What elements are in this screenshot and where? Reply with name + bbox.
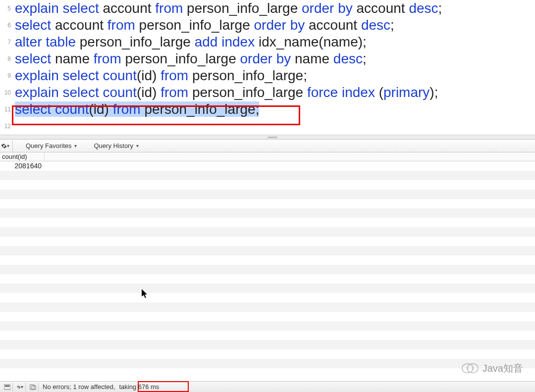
table-row (0, 246, 535, 255)
svg-rect-3 (32, 386, 36, 389)
table-row (0, 349, 535, 359)
code-line[interactable]: 12 (0, 118, 535, 135)
table-row (0, 171, 535, 180)
table-row (0, 190, 535, 199)
query-favorites-menu[interactable]: Query Favorites ▾ (22, 141, 81, 150)
status-timing: taking 676 ms (117, 383, 159, 391)
cell-value: 2081640 (0, 161, 45, 171)
clipboard-icon[interactable] (28, 383, 39, 392)
line-number: 12 (0, 118, 14, 135)
svg-rect-1 (5, 385, 10, 386)
table-row (0, 274, 535, 284)
code-content[interactable]: select count(id) from person_info_large; (14, 101, 535, 118)
table-row (0, 265, 535, 274)
line-number: 10 (0, 84, 14, 101)
sql-editor[interactable]: 5explain select account from person_info… (0, 0, 535, 135)
table-row[interactable]: 2081640 (0, 161, 535, 171)
table-row (0, 237, 535, 246)
line-number: 8 (0, 50, 14, 67)
layout-icon[interactable] (2, 383, 13, 392)
code-line[interactable]: 6select account from person_info_large o… (0, 17, 535, 34)
code-line[interactable]: 10explain select count(id) from person_i… (0, 84, 535, 101)
code-line[interactable]: 9explain select count(id) from person_in… (0, 67, 535, 84)
line-number: 9 (0, 67, 14, 84)
splitter-handle[interactable] (0, 135, 535, 140)
code-content[interactable]: explain select account from person_info_… (14, 0, 535, 17)
table-row (0, 208, 535, 218)
query-history-menu[interactable]: Query History ▾ (90, 141, 142, 150)
table-row (0, 321, 535, 331)
table-row (0, 227, 535, 237)
code-content[interactable]: select name from person_info_large order… (14, 50, 535, 67)
table-row (0, 368, 535, 374)
chevron-down-icon: ▾ (21, 384, 23, 390)
chevron-down-icon: ▾ (136, 143, 139, 148)
table-row (0, 359, 535, 368)
line-number: 11 (0, 101, 14, 118)
code-content[interactable]: alter table person_info_large add index … (14, 34, 535, 50)
column-header-count[interactable]: count(id) (0, 152, 45, 161)
table-row (0, 312, 535, 321)
table-row (0, 331, 535, 340)
table-row (0, 293, 535, 302)
svg-rect-2 (30, 385, 34, 390)
table-row (0, 284, 535, 293)
table-row (0, 302, 535, 312)
code-content[interactable]: explain select count(id) from person_inf… (14, 67, 535, 84)
chevron-down-icon: ▾ (7, 143, 9, 148)
gear-icon[interactable]: ▾ (15, 383, 26, 392)
gear-icon[interactable]: ▾ (1, 141, 13, 151)
query-history-label: Query History (94, 142, 133, 149)
code-line[interactable]: 11select count(id) from person_info_larg… (0, 101, 535, 118)
query-favorites-label: Query Favorites (26, 142, 71, 149)
result-toolbar: ▾ Query Favorites ▾ Query History ▾ (0, 140, 535, 152)
code-content[interactable]: explain select count(id) from person_inf… (14, 84, 535, 101)
code-line[interactable]: 7alter table person_info_large add index… (0, 34, 535, 50)
svg-rect-0 (4, 385, 10, 390)
table-row (0, 255, 535, 265)
status-text: No errors; 1 row affected, (41, 383, 115, 391)
line-number: 7 (0, 34, 14, 50)
code-line[interactable]: 5explain select account from person_info… (0, 0, 535, 17)
code-line[interactable]: 8select name from person_info_large orde… (0, 50, 535, 67)
table-row (0, 199, 535, 208)
table-row (0, 180, 535, 190)
line-number: 5 (0, 0, 14, 17)
table-row (0, 218, 535, 227)
status-bar: ▾ No errors; 1 row affected, taking 676 … (0, 381, 535, 392)
chevron-down-icon: ▾ (74, 143, 77, 148)
results-grid[interactable]: 2081640 (0, 161, 535, 374)
results-header: count(id) (0, 152, 535, 161)
line-number: 6 (0, 17, 14, 34)
code-content[interactable]: select account from person_info_large or… (14, 17, 535, 34)
table-row (0, 340, 535, 349)
